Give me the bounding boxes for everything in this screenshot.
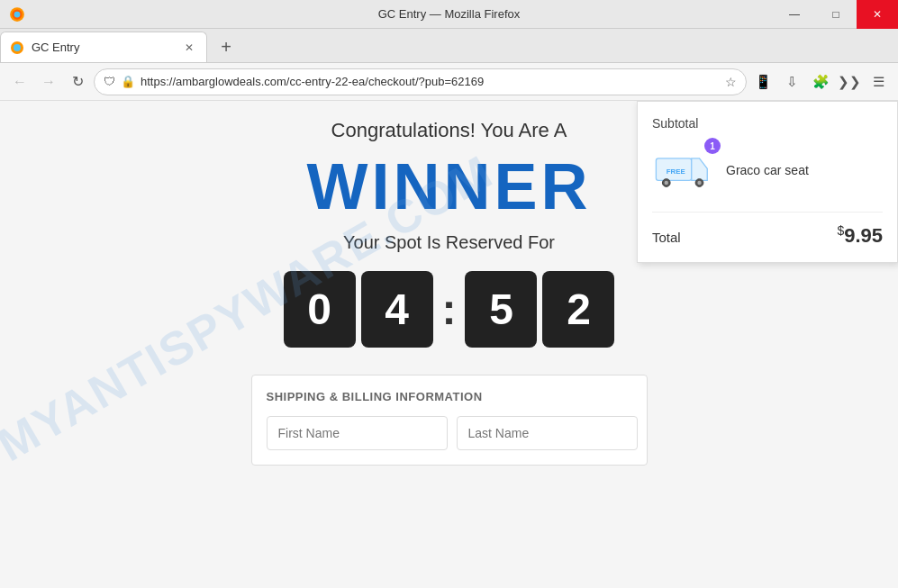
subtotal-label: Subtotal: [652, 116, 883, 131]
tab-close-button[interactable]: ✕: [181, 40, 197, 56]
url-text: https://ambarglowdeals.com/cc-entry-22-e…: [141, 75, 720, 88]
menu-button[interactable]: ☰: [866, 69, 891, 95]
total-price: $9.95: [837, 223, 883, 248]
reload-button[interactable]: ↻: [65, 69, 90, 95]
window-title: GC Entry — Mozilla Firefox: [378, 7, 520, 21]
congratulations-text: Congratulations! You Are A: [331, 119, 567, 142]
shield-icon: 🛡: [104, 75, 115, 88]
shipping-section: SHIPPING & BILLING INFORMATION: [251, 375, 648, 466]
svg-point-4: [14, 44, 21, 51]
total-label: Total: [652, 230, 681, 245]
address-bar[interactable]: 🛡 🔒 https://ambarglowdeals.com/cc-entry-…: [94, 68, 747, 95]
product-image-container: 1 FREE: [652, 143, 715, 197]
close-button[interactable]: ✕: [857, 0, 898, 29]
tab-bar: GC Entry ✕ + ❯: [0, 29, 898, 63]
countdown-timer: 0 4 : 5 2: [284, 271, 615, 348]
tab-title: GC Entry: [32, 41, 174, 54]
winner-text: WINNER: [307, 149, 592, 223]
countdown-digit-0: 0: [284, 271, 356, 348]
window-controls: — □ ✕: [774, 0, 898, 29]
title-bar: GC Entry — Mozilla Firefox — □ ✕: [0, 0, 898, 29]
product-row: 1 FREE Graco car seat: [652, 143, 883, 197]
reserved-text: Your Spot Is Reserved For: [343, 232, 555, 253]
more-tools-button[interactable]: ❯❯: [837, 69, 862, 95]
currency-symbol: $: [837, 223, 844, 238]
svg-marker-7: [692, 158, 708, 181]
svg-point-11: [697, 181, 701, 185]
extensions-button[interactable]: 🧩: [808, 69, 833, 95]
bookmark-star-icon[interactable]: ☆: [725, 75, 737, 89]
tab-favicon: [10, 41, 24, 55]
nav-right-icons: 📱 ⇩ 🧩 ❯❯ ☰: [750, 69, 891, 95]
countdown-digit-3: 2: [542, 271, 614, 348]
nav-bar: ← → ↻ 🛡 🔒 https://ambarglowdeals.com/cc-…: [0, 63, 898, 101]
countdown-digit-2: 5: [465, 271, 537, 348]
svg-point-2: [14, 11, 21, 17]
minimize-button[interactable]: —: [774, 0, 815, 29]
downloads-button[interactable]: ⇩: [779, 69, 804, 95]
dropdown-panel: Subtotal 1 FREE Graco car seat Total: [637, 101, 898, 263]
first-name-input[interactable]: [267, 416, 448, 450]
product-name: Graco car seat: [726, 163, 809, 177]
total-row: Total $9.95: [652, 212, 883, 248]
page-content: MYANTISPYWARE.COM Congratulations! You A…: [0, 101, 898, 588]
maximize-button[interactable]: □: [815, 0, 857, 29]
countdown-colon: :: [442, 285, 457, 334]
pocket-button[interactable]: 📱: [750, 69, 776, 95]
countdown-digit-1: 4: [361, 271, 433, 348]
svg-point-9: [665, 181, 668, 185]
product-badge: 1: [704, 138, 721, 154]
firefox-icon: [9, 6, 25, 23]
new-tab-button[interactable]: +: [211, 32, 241, 62]
back-button[interactable]: ←: [7, 69, 32, 95]
last-name-input[interactable]: [457, 416, 638, 450]
shipping-title: SHIPPING & BILLING INFORMATION: [267, 390, 632, 403]
name-input-row: [267, 416, 632, 450]
forward-button[interactable]: →: [36, 69, 61, 95]
svg-text:FREE: FREE: [667, 167, 685, 176]
active-tab[interactable]: GC Entry ✕: [0, 32, 207, 62]
lock-icon: 🔒: [121, 75, 135, 88]
